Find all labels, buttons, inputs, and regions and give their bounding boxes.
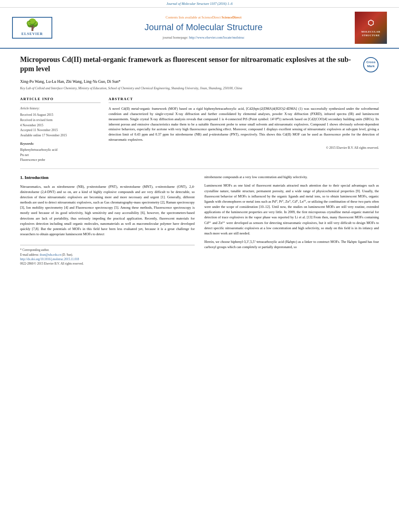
affiliation-text: Key Lab of Colloid and Interface Chemist…	[20, 86, 379, 91]
journal-name: Journal of Molecular Structure	[61, 21, 346, 34]
keyword-2: Pts net	[20, 153, 29, 157]
received-date-1: Received 16 August 2015	[20, 113, 53, 117]
svg-text:Cross: Cross	[366, 60, 376, 64]
journal-logo-area: ⬡ MOLECULAR STRUCTURE	[351, 12, 391, 44]
body-text-section: 1. Introduction Nitroaromatics, such as …	[20, 175, 379, 266]
doi-line: http://dx.doi.org/10.1016/j.molstruc.201…	[20, 257, 195, 261]
keywords-label: Keywords:	[20, 142, 101, 147]
paper-title-section: Microporous Cd(II) metal-organic framewo…	[20, 55, 379, 74]
right-paragraph-1: nitrobenzene compounds at a very low con…	[204, 175, 379, 180]
paper-title-text: Microporous Cd(II) metal-organic framewo…	[20, 55, 359, 74]
intro-heading: 1. Introduction	[20, 175, 195, 181]
body-left-column: 1. Introduction Nitroaromatics, such as …	[20, 175, 195, 266]
elsevier-logo: 🌳 ELSEVIER	[12, 17, 52, 39]
abstract-text: A novel Cd(II) metal-organic framework (…	[109, 106, 379, 142]
keywords-section: Keywords: Biphenyltetracarboxylic acid P…	[20, 142, 101, 163]
crossmark-logo: Cross Mark	[363, 57, 379, 73]
svg-text:Mark: Mark	[367, 64, 375, 68]
sciencedirect-link-text[interactable]: ScienceDirect	[222, 15, 241, 19]
copyright-line: © 2015 Elsevier B.V. All rights reserved…	[109, 146, 379, 150]
article-info-column: ARTICLE INFO Article history: Received 1…	[20, 97, 101, 163]
section-divider	[20, 168, 379, 169]
email-link[interactable]: dsun@sdu.edu.cn	[40, 253, 62, 257]
abstract-header: ABSTRACT	[109, 97, 379, 103]
journal-title-area: Contents lists available at ScienceDirec…	[61, 15, 346, 41]
footnote-section: * Corresponding author. E-mail address: …	[20, 245, 195, 266]
journal-logo-image: ⬡ MOLECULAR STRUCTURE	[355, 12, 387, 44]
received-revised-label: Received in revised form	[20, 118, 53, 122]
article-info-abstract-section: ARTICLE INFO Article history: Received 1…	[20, 97, 379, 163]
issn-line: 0022-2860/© 2015 Elsevier B.V. All right…	[20, 261, 195, 266]
journal-top-bar: Journal of Molecular Structure 1107 (201…	[0, 0, 399, 8]
journal-homepage-line: journal homepage: http://www.elsevier.co…	[61, 35, 346, 40]
article-info-header: ARTICLE INFO	[20, 97, 101, 103]
journal-citation: Journal of Molecular Structure 1107 (201…	[167, 2, 232, 6]
journal-header: 🌳 ELSEVIER Contents lists available at S…	[0, 8, 399, 49]
right-paragraph-3: Herein, we choose biphenyl-3,3’,5,5’-tet…	[204, 239, 379, 250]
paper-content: Microporous Cd(II) metal-organic framewo…	[0, 49, 399, 274]
body-right-column: nitrobenzene compounds at a very low con…	[204, 175, 379, 266]
email-note: E-mail address: dsun@sdu.edu.cn (D. Sun)…	[20, 253, 195, 257]
elsevier-tree-icon: 🌳	[25, 19, 39, 31]
elsevier-wordmark: ELSEVIER	[21, 31, 43, 37]
corresponding-author-note: * Corresponding author.	[20, 248, 195, 252]
elsevier-logo-area: 🌳 ELSEVIER	[8, 17, 56, 39]
molecule-icon: ⬡	[368, 18, 374, 28]
intro-paragraph-1: Nitroaromatics, such as nitrobenzene (NB…	[20, 184, 195, 237]
right-paragraph-2: Luminescent MOFs as one kind of fluoresc…	[204, 183, 379, 236]
journal-homepage-link[interactable]: http://www.elsevier.com/locate/molstruc	[189, 35, 245, 39]
available-date: Available online 17 November 2015	[20, 134, 67, 137]
received-revised-date: 4 November 2015	[20, 123, 43, 127]
article-history: Article history: Received 16 August 2015…	[20, 106, 101, 138]
abstract-column: ABSTRACT A novel Cd(II) metal-organic fr…	[109, 97, 379, 163]
doi-link[interactable]: http://dx.doi.org/10.1016/j.molstruc.201…	[20, 257, 79, 261]
sciencedirect-notice: Contents lists available at ScienceDirec…	[61, 15, 346, 20]
keyword-3: Fluorescence probe	[20, 158, 45, 162]
history-label: Article history:	[20, 106, 101, 111]
authors-line: Xing-Po Wang, Lu-Lu Han, Zhi Wang, Ling-…	[20, 79, 379, 84]
accepted-date: Accepted 11 November 2015	[20, 128, 58, 132]
keyword-1: Biphenyltetracarboxylic acid	[20, 148, 58, 152]
